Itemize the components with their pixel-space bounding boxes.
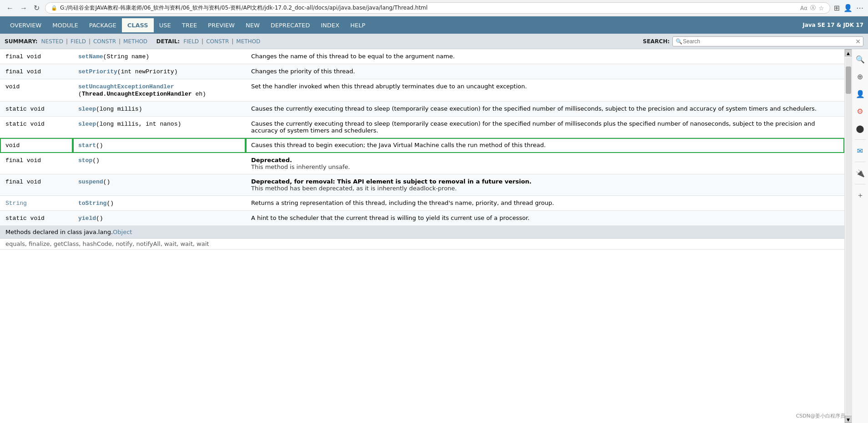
- method-modifier: static void: [0, 102, 73, 117]
- back-button[interactable]: ←: [5, 3, 15, 13]
- sidebar-outlook-icon[interactable]: ✉: [854, 144, 867, 157]
- methods-table: final void setName(String name) Changes …: [0, 49, 844, 226]
- search-area: SEARCH: 🔍 ✕: [643, 36, 863, 46]
- summary-nested[interactable]: NESTED: [41, 38, 63, 45]
- method-signature: yield(): [73, 211, 246, 226]
- method-description: Changes the name of this thread to be eq…: [246, 49, 844, 64]
- section-footer-header: Methods declared in class java.lang.Obje…: [0, 226, 844, 239]
- table-row: final void setName(String name) Changes …: [0, 49, 844, 64]
- extensions-icon[interactable]: ⊞: [834, 4, 840, 12]
- method-link[interactable]: setPriority: [78, 68, 117, 75]
- method-signature: stop(): [73, 153, 246, 174]
- sidebar-plus-icon[interactable]: ＋: [854, 189, 867, 202]
- method-link[interactable]: setUncaughtExceptionHandler: [78, 83, 174, 90]
- method-modifier: static void: [0, 211, 73, 226]
- nav-module[interactable]: MODULE: [47, 18, 83, 32]
- method-link[interactable]: start: [78, 142, 96, 149]
- summary-constr[interactable]: CONSTR: [93, 38, 116, 45]
- method-modifier: final void: [0, 49, 73, 64]
- section-footer-link[interactable]: Object: [113, 229, 132, 235]
- method-link[interactable]: sleep: [78, 121, 96, 127]
- method-link[interactable]: sleep: [78, 106, 96, 112]
- method-modifier: static void: [0, 117, 73, 138]
- scroll-track[interactable]: [846, 57, 851, 415]
- summary-label: SUMMARY:: [5, 38, 38, 45]
- detail-field[interactable]: FIELD: [183, 38, 199, 45]
- method-modifier: final void: [0, 153, 73, 174]
- sidebar-divider: [855, 139, 866, 140]
- table-row: final void stop() Deprecated.This method…: [0, 153, 844, 174]
- more-icon[interactable]: ⋯: [856, 4, 863, 12]
- nav-class[interactable]: CLASS: [122, 18, 154, 32]
- scroll-down-button[interactable]: ▼: [845, 416, 852, 423]
- deprecated-removal-label: Deprecated, for removal: This API elemen…: [251, 178, 531, 185]
- search-clear-button[interactable]: ✕: [855, 38, 861, 45]
- nav-links: OVERVIEW MODULE PACKAGE CLASS USE TREE P…: [5, 18, 371, 32]
- sidebar-circle-icon[interactable]: ⬤: [854, 122, 867, 135]
- nav-overview[interactable]: OVERVIEW: [5, 18, 47, 32]
- method-link[interactable]: suspend: [78, 178, 103, 185]
- search-input-wrap: 🔍 ✕: [672, 36, 863, 46]
- deprecated-removal-note: This method has been deprecated, as it i…: [251, 185, 457, 192]
- method-modifier: final void: [0, 64, 73, 79]
- table-row: final void suspend() Deprecated, for rem…: [0, 174, 844, 196]
- sidebar-bookmark-icon[interactable]: ⊕: [854, 70, 867, 83]
- method-link[interactable]: toString: [78, 200, 106, 207]
- section-footer-label: Methods declared in class java.lang.: [5, 229, 113, 235]
- table-row: static void yield() A hint to the schedu…: [0, 211, 844, 226]
- nav-package[interactable]: PACKAGE: [84, 18, 122, 32]
- scroll-up-button[interactable]: ▲: [845, 49, 852, 56]
- sidebar-settings-icon[interactable]: ⚙: [854, 105, 867, 117]
- profile-icon[interactable]: 👤: [843, 4, 853, 12]
- refresh-button[interactable]: ↻: [32, 3, 41, 13]
- detail-constr[interactable]: CONSTR: [206, 38, 229, 45]
- method-link[interactable]: yield: [78, 215, 96, 222]
- method-signature: setPriority(int newPriority): [73, 64, 246, 79]
- method-description: A hint to the scheduler that the current…: [246, 211, 844, 226]
- nav-new[interactable]: NEW: [240, 18, 265, 32]
- method-description: Causes the currently executing thread to…: [246, 102, 844, 117]
- table-row-highlighted: void start() Causes this thread to begin…: [0, 138, 844, 153]
- deprecated-note: This method is inherently unsafe.: [251, 163, 350, 170]
- nav-preview[interactable]: PREVIEW: [202, 18, 240, 32]
- table-row: String toString() Returns a string repre…: [0, 196, 844, 211]
- method-description: Returns a string representation of this …: [246, 196, 844, 211]
- method-description: Set the handler invoked when this thread…: [246, 79, 844, 102]
- watermark: CSDN@姜小白程序员: [796, 413, 845, 419]
- nav-use[interactable]: USE: [154, 18, 177, 32]
- forward-button[interactable]: →: [18, 3, 29, 13]
- nav-help[interactable]: HELP: [345, 18, 371, 32]
- method-link[interactable]: stop: [78, 157, 92, 164]
- return-type-link[interactable]: String: [5, 200, 27, 207]
- nav-index[interactable]: INDEX: [315, 18, 345, 32]
- search-label: SEARCH:: [643, 38, 670, 45]
- scroll-thumb[interactable]: [846, 66, 851, 94]
- summary-method[interactable]: METHOD: [123, 38, 147, 45]
- detail-label: DETAIL:: [156, 38, 180, 45]
- scrollbar[interactable]: ▲ ▼: [844, 49, 852, 423]
- java-version-label: Java SE 17 & JDK 17: [802, 22, 863, 28]
- nav-deprecated[interactable]: DEPRECATED: [265, 18, 315, 32]
- method-description: Causes this thread to begin execution; t…: [246, 138, 844, 153]
- sidebar-search-icon[interactable]: 🔍: [854, 53, 867, 66]
- method-signature: setUncaughtExceptionHandler(Thread.Uncau…: [73, 79, 246, 102]
- nav-tree[interactable]: TREE: [177, 18, 202, 32]
- method-signature: toString(): [73, 196, 246, 211]
- doc-area[interactable]: final void setName(String name) Changes …: [0, 49, 844, 423]
- right-sidebar: 🔍 ⊕ 👤 ⚙ ⬤ ✉ 🔌 ＋: [852, 49, 868, 423]
- sidebar-person-icon[interactable]: 👤: [854, 87, 867, 100]
- method-description: Causes the currently executing thread to…: [246, 117, 844, 138]
- method-modifier: void: [0, 79, 73, 102]
- summary-field[interactable]: FIELD: [71, 38, 86, 45]
- method-modifier: String: [0, 196, 73, 211]
- address-bar[interactable]: 🔒 G:/尚硅谷全套JAVA教程-韩康老师/06_软件与资料/06_软件与资料/…: [45, 2, 830, 14]
- method-signature: sleep(long millis): [73, 102, 246, 117]
- search-input[interactable]: [672, 36, 863, 46]
- method-link[interactable]: setName: [78, 53, 103, 60]
- summary-bar: SUMMARY: NESTED | FIELD | CONSTR | METHO…: [0, 34, 868, 49]
- browser-bar: ← → ↻ 🔒 G:/尚硅谷全套JAVA教程-韩康老师/06_软件与资料/06_…: [0, 0, 868, 16]
- deprecated-label: Deprecated.: [251, 157, 292, 163]
- detail-method[interactable]: METHOD: [236, 38, 260, 45]
- sidebar-plugin-icon[interactable]: 🔌: [854, 167, 867, 179]
- bottom-partial-text: equals, finalize, getClass, hashCode, no…: [5, 240, 209, 247]
